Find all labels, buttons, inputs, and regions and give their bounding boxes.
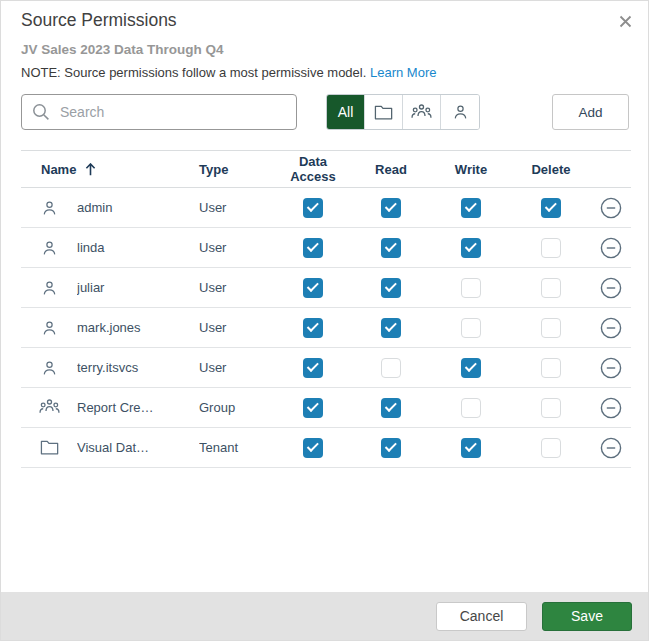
group-icon — [411, 103, 432, 122]
write-checkbox[interactable] — [461, 238, 481, 258]
table-row: Report Cre… Group — [21, 388, 631, 428]
read-checkbox[interactable] — [381, 318, 401, 338]
source-permissions-dialog: Source Permissions JV Sales 2023 Data Th… — [0, 0, 649, 641]
filter-segmented-control: All — [326, 94, 480, 130]
row-name: linda — [77, 240, 199, 255]
folder-icon — [40, 439, 59, 456]
read-checkbox[interactable] — [381, 238, 401, 258]
filter-all-button[interactable]: All — [327, 95, 365, 129]
read-checkbox[interactable] — [381, 358, 401, 378]
read-checkbox[interactable] — [381, 438, 401, 458]
row-type: User — [199, 360, 275, 375]
data-access-checkbox[interactable] — [303, 198, 323, 218]
user-icon — [41, 279, 58, 297]
row-entity-icon — [21, 398, 77, 417]
search-input[interactable] — [21, 94, 297, 130]
row-type: Tenant — [199, 440, 275, 455]
dialog-footer: Cancel Save — [1, 592, 648, 640]
delete-checkbox[interactable] — [541, 198, 561, 218]
filter-tenant-button[interactable] — [365, 95, 403, 129]
delete-checkbox[interactable] — [541, 238, 561, 258]
remove-row-button[interactable] — [600, 437, 622, 459]
row-name: mark.jones — [77, 320, 199, 335]
row-type: User — [199, 320, 275, 335]
row-entity-icon — [21, 439, 77, 456]
close-button[interactable] — [616, 12, 634, 30]
user-icon — [452, 103, 469, 121]
data-access-column-header: Data Access — [275, 154, 351, 184]
remove-row-button[interactable] — [600, 357, 622, 379]
minus-circle-icon — [600, 357, 622, 379]
dialog-title: Source Permissions — [21, 9, 629, 31]
data-access-checkbox[interactable] — [303, 238, 323, 258]
delete-checkbox[interactable] — [541, 398, 561, 418]
user-icon — [41, 359, 58, 377]
write-checkbox[interactable] — [461, 198, 481, 218]
row-type: User — [199, 280, 275, 295]
user-icon — [41, 199, 58, 217]
remove-row-button[interactable] — [600, 397, 622, 419]
data-access-checkbox[interactable] — [303, 398, 323, 418]
permissions-table: Name Type Data Access Read Write Delete … — [21, 150, 631, 468]
remove-row-button[interactable] — [600, 317, 622, 339]
read-checkbox[interactable] — [381, 398, 401, 418]
remove-row-button[interactable] — [600, 237, 622, 259]
write-checkbox[interactable] — [461, 318, 481, 338]
delete-checkbox[interactable] — [541, 358, 561, 378]
remove-row-button[interactable] — [600, 277, 622, 299]
row-type: Group — [199, 400, 275, 415]
row-entity-icon — [21, 319, 77, 337]
save-button[interactable]: Save — [542, 602, 632, 631]
table-row: Visual Dat… Tenant — [21, 428, 631, 468]
user-icon — [41, 239, 58, 257]
table-header-row: Name Type Data Access Read Write Delete — [21, 150, 631, 188]
write-checkbox[interactable] — [461, 438, 481, 458]
remove-row-button[interactable] — [600, 197, 622, 219]
minus-circle-icon — [600, 197, 622, 219]
user-icon — [41, 319, 58, 337]
row-type: User — [199, 240, 275, 255]
row-entity-icon — [21, 199, 77, 217]
group-icon — [39, 398, 60, 417]
write-checkbox[interactable] — [461, 278, 481, 298]
data-access-checkbox[interactable] — [303, 278, 323, 298]
note-message: NOTE: Source permissions follow a most p… — [21, 65, 366, 80]
row-name: admin — [77, 200, 199, 215]
read-checkbox[interactable] — [381, 198, 401, 218]
name-header-label: Name — [41, 162, 76, 177]
search-icon — [32, 103, 50, 121]
table-row: terry.itsvcs User — [21, 348, 631, 388]
search-box — [21, 94, 297, 130]
toolbar: All Add — [21, 94, 629, 130]
learn-more-link[interactable]: Learn More — [370, 65, 436, 80]
filter-group-button[interactable] — [403, 95, 441, 129]
write-checkbox[interactable] — [461, 358, 481, 378]
data-access-checkbox[interactable] — [303, 438, 323, 458]
table-row: juliar User — [21, 268, 631, 308]
row-entity-icon — [21, 359, 77, 377]
close-icon — [619, 15, 632, 28]
write-checkbox[interactable] — [461, 398, 481, 418]
write-column-header: Write — [431, 162, 511, 177]
delete-checkbox[interactable] — [541, 278, 561, 298]
minus-circle-icon — [600, 437, 622, 459]
cancel-button[interactable]: Cancel — [436, 602, 527, 631]
data-access-checkbox[interactable] — [303, 358, 323, 378]
add-button[interactable]: Add — [552, 94, 629, 130]
filter-user-button[interactable] — [441, 95, 479, 129]
data-access-checkbox[interactable] — [303, 318, 323, 338]
delete-checkbox[interactable] — [541, 318, 561, 338]
row-name: terry.itsvcs — [77, 360, 199, 375]
minus-circle-icon — [600, 397, 622, 419]
read-checkbox[interactable] — [381, 278, 401, 298]
folder-icon — [374, 104, 393, 121]
row-type: User — [199, 200, 275, 215]
delete-column-header: Delete — [511, 162, 591, 177]
name-column-header[interactable]: Name — [21, 162, 199, 177]
row-entity-icon — [21, 239, 77, 257]
minus-circle-icon — [600, 237, 622, 259]
row-entity-icon — [21, 279, 77, 297]
sort-ascending-icon — [85, 163, 96, 176]
source-name: JV Sales 2023 Data Through Q4 — [21, 42, 629, 57]
delete-checkbox[interactable] — [541, 438, 561, 458]
